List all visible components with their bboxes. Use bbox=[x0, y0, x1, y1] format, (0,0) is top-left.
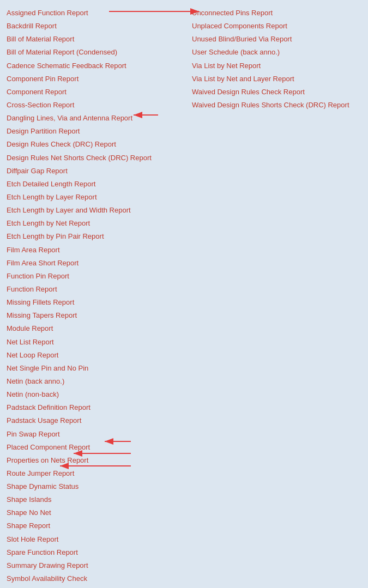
left-list-item[interactable]: Properties on Nets Report bbox=[4, 454, 190, 467]
left-list-item[interactable]: Net Single Pin and No Pin bbox=[4, 362, 190, 375]
left-list-item[interactable]: Shape Report bbox=[4, 519, 190, 532]
left-list-item[interactable]: Design Partition Report bbox=[4, 125, 190, 138]
left-list-item[interactable]: Slot Hole Report bbox=[4, 533, 190, 546]
left-list-item[interactable]: Missing Tapers Report bbox=[4, 309, 190, 322]
right-list-item[interactable]: Waived Design Rules Check Report bbox=[190, 86, 353, 99]
left-list-item[interactable]: Summary Drawing Report bbox=[4, 559, 190, 572]
left-list-item[interactable]: Cross-Section Report bbox=[4, 99, 190, 112]
right-list-item[interactable]: Via List by Net and Layer Report bbox=[190, 72, 353, 86]
left-list-item[interactable]: Shape Dynamic Status bbox=[4, 480, 190, 493]
left-list-item[interactable]: Diffpair Gap Report bbox=[4, 165, 190, 178]
left-list-item[interactable]: Etch Length by Layer and Width Report bbox=[4, 204, 190, 217]
right-list-item[interactable]: Unplaced Components Report bbox=[190, 20, 353, 33]
left-list-item[interactable]: Etch Length by Pin Pair Report bbox=[4, 230, 190, 243]
left-list-item[interactable]: Function Pin Report bbox=[4, 270, 190, 283]
right-list-item[interactable]: Waived Design Rules Shorts Check (DRC) R… bbox=[190, 99, 353, 112]
left-list-item[interactable]: Design Rules Net Shorts Check (DRC) Repo… bbox=[4, 151, 190, 165]
left-list-item[interactable]: Spare Function Report bbox=[4, 546, 190, 559]
left-list-item[interactable]: Shape No Net bbox=[4, 506, 190, 519]
left-list-item[interactable]: Shape Islands bbox=[4, 493, 190, 506]
left-list-item[interactable]: Bill of Material Report bbox=[4, 33, 190, 46]
left-list-item[interactable]: Component Pin Report bbox=[4, 72, 190, 86]
left-list-item[interactable]: Module Report bbox=[4, 322, 190, 335]
left-list-item[interactable]: Net List Report bbox=[4, 336, 190, 349]
left-list-item[interactable]: Backdrill Report bbox=[4, 20, 190, 33]
left-list-item[interactable]: Bill of Material Report (Condensed) bbox=[4, 46, 190, 59]
left-list-item[interactable]: Missing Fillets Report bbox=[4, 296, 190, 309]
left-list-item[interactable]: Symbol Library Path Report bbox=[4, 585, 190, 588]
left-list-item[interactable]: Padstack Definition Report bbox=[4, 401, 190, 414]
left-list-item[interactable]: Etch Detailed Length Report bbox=[4, 178, 190, 191]
right-column: Unconnected Pins ReportUnplaced Componen… bbox=[190, 7, 353, 112]
right-list-item[interactable]: User Schedule (back anno.) bbox=[190, 46, 353, 59]
right-list-item[interactable]: Unused Blind/Buried Via Report bbox=[190, 33, 353, 46]
left-list-item[interactable]: Placed Component Report bbox=[4, 441, 190, 454]
left-list-item[interactable]: Component Report bbox=[4, 86, 190, 99]
left-list-item[interactable]: Film Area Short Report bbox=[4, 257, 190, 270]
left-list-item[interactable]: Film Area Report bbox=[4, 244, 190, 257]
left-list-item[interactable]: Design Rules Check (DRC) Report bbox=[4, 138, 190, 151]
left-list-item[interactable]: Route Jumper Report bbox=[4, 467, 190, 480]
right-list-item[interactable]: Unconnected Pins Report bbox=[190, 7, 353, 20]
right-list-item[interactable]: Via List by Net Report bbox=[190, 59, 353, 72]
left-list-item[interactable]: Dangling Lines, Via and Antenna Report bbox=[4, 112, 190, 125]
left-list-item[interactable]: Net Loop Report bbox=[4, 349, 190, 362]
left-list-item[interactable]: Netin (back anno.) bbox=[4, 375, 190, 388]
left-list-item[interactable]: Pin Swap Report bbox=[4, 428, 190, 441]
left-list-item[interactable]: Etch Length by Net Report bbox=[4, 217, 190, 230]
left-column: Assigned Function ReportBackdrill Report… bbox=[4, 7, 190, 588]
left-list-item[interactable]: Cadence Schematic Feedback Report bbox=[4, 59, 190, 72]
left-list-item[interactable]: Etch Length by Layer Report bbox=[4, 191, 190, 204]
left-list-item[interactable]: Netin (non-back) bbox=[4, 388, 190, 401]
left-list-item[interactable]: Function Report bbox=[4, 283, 190, 296]
left-list-item[interactable]: Symbol Availability Check bbox=[4, 572, 190, 585]
left-list-item[interactable]: Assigned Function Report bbox=[4, 7, 190, 20]
left-list-item[interactable]: Padstack Usage Report bbox=[4, 414, 190, 427]
